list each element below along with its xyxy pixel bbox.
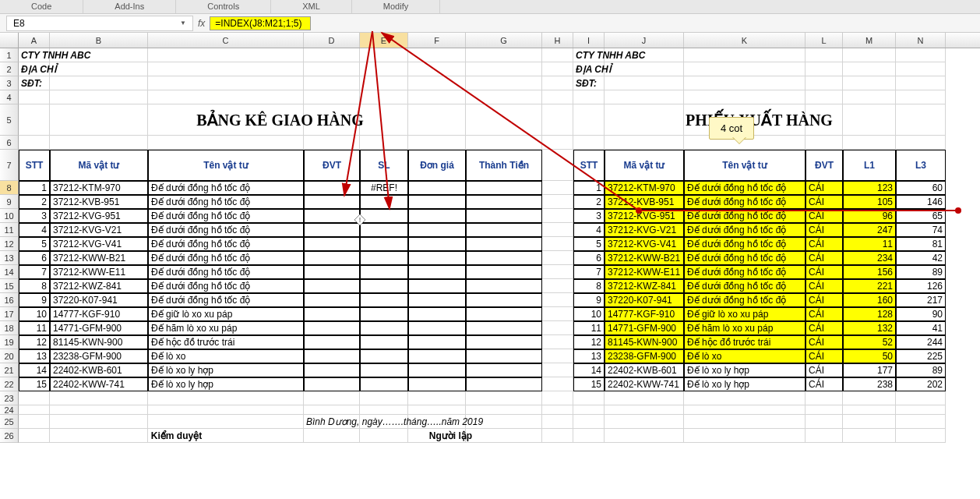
cell-F6[interactable] (408, 136, 466, 150)
cell-B14[interactable]: 37212-KWW-E11 (50, 265, 148, 279)
cell-L24[interactable] (806, 405, 843, 415)
cell-A21[interactable]: 14 (19, 363, 50, 377)
cell-E1[interactable] (360, 48, 408, 62)
cell-H5[interactable] (542, 104, 573, 136)
cell-D21[interactable] (304, 363, 360, 377)
cell-H24[interactable] (542, 405, 573, 415)
cell-K4[interactable] (684, 90, 806, 104)
cell-D20[interactable] (304, 349, 360, 363)
cell-N12[interactable]: 81 (896, 237, 946, 251)
cell-L16[interactable]: CÁI (806, 293, 843, 307)
cell-N4[interactable] (896, 90, 946, 104)
cell-M10[interactable]: 96 (843, 209, 896, 223)
cell-E14[interactable] (360, 265, 408, 279)
cell-N2[interactable] (896, 62, 946, 76)
cell-A15[interactable]: 8 (19, 279, 50, 293)
cell-K15[interactable]: Đế dưới đồng hồ tốc độ (684, 279, 806, 293)
cell-B21[interactable]: 22402-KWB-601 (50, 363, 148, 377)
row-header[interactable]: 9 (0, 195, 19, 209)
cell-A10[interactable]: 3 (19, 209, 50, 223)
row-header[interactable]: 12 (0, 237, 19, 251)
cell-I21[interactable]: 14 (573, 363, 605, 377)
cell-G3[interactable] (466, 76, 542, 90)
cell-E4[interactable] (360, 90, 408, 104)
cell-K14[interactable]: Đế dưới đồng hồ tốc độ (684, 265, 806, 279)
cell-H3[interactable] (542, 76, 573, 90)
cell-D26[interactable] (304, 429, 360, 443)
cell-C22[interactable]: Đế lò xo ly hợp (148, 377, 304, 391)
cell-L9[interactable]: CÁI (806, 195, 843, 209)
row-header[interactable]: 3 (0, 76, 19, 90)
cell-N18[interactable]: 41 (896, 321, 946, 335)
cell-E22[interactable] (360, 377, 408, 391)
cell-M9[interactable]: 105 (843, 195, 896, 209)
cell-A8[interactable]: 1 (19, 181, 50, 195)
cell-J12[interactable]: 37212-KVG-V41 (605, 237, 684, 251)
cell-G23[interactable] (466, 391, 542, 405)
cell-B11[interactable]: 37212-KVG-V21 (50, 223, 148, 237)
cell-A16[interactable]: 9 (19, 293, 50, 307)
cell-J25[interactable] (605, 415, 684, 429)
cell-M1[interactable] (843, 48, 896, 62)
cell-A14[interactable]: 7 (19, 265, 50, 279)
cell-H22[interactable] (542, 377, 573, 391)
cell-A17[interactable]: 10 (19, 307, 50, 321)
cell-H21[interactable] (542, 363, 573, 377)
cell-I17[interactable]: 10 (573, 307, 605, 321)
cell-L23[interactable] (806, 391, 843, 405)
cell-A24[interactable] (19, 405, 50, 415)
cell-L26[interactable] (806, 429, 843, 443)
cell-B12[interactable]: 37212-KVG-V41 (50, 237, 148, 251)
cell-F11[interactable] (408, 223, 466, 237)
cell-F23[interactable] (408, 391, 466, 405)
cell-B13[interactable]: 37212-KWW-B21 (50, 251, 148, 265)
cell-K22[interactable]: Đế lò xo ly hợp (684, 377, 806, 391)
cell-C10[interactable]: Đế dưới đồng hồ tốc độ (148, 209, 304, 223)
cell-K19[interactable]: Đế hộc đồ trước trái (684, 335, 806, 349)
cell-D22[interactable] (304, 377, 360, 391)
cell-I8[interactable]: 1 (573, 181, 605, 195)
chevron-down-icon[interactable]: ▼ (180, 19, 186, 27)
cell-L14[interactable]: CÁI (806, 265, 843, 279)
cell-L15[interactable]: CÁI (806, 279, 843, 293)
cell-H19[interactable] (542, 335, 573, 349)
row-header[interactable]: 17 (0, 307, 19, 321)
cell-L4[interactable] (806, 90, 843, 104)
cell-H10[interactable] (542, 209, 573, 223)
cell-D8[interactable] (304, 181, 360, 195)
cell-N13[interactable]: 42 (896, 251, 946, 265)
cell-G14[interactable] (466, 265, 542, 279)
cell-D3[interactable] (304, 76, 360, 90)
cell-F15[interactable] (408, 279, 466, 293)
cell-L19[interactable]: CÁI (806, 335, 843, 349)
cell-L6[interactable] (806, 136, 843, 150)
cell-G22[interactable] (466, 377, 542, 391)
cell-J18[interactable]: 14771-GFM-900 (605, 321, 684, 335)
cell-F13[interactable] (408, 251, 466, 265)
cell-K16[interactable]: Đế dưới đồng hồ tốc độ (684, 293, 806, 307)
cell-G18[interactable] (466, 321, 542, 335)
cell-J7[interactable]: Mã vật tư (605, 150, 684, 181)
cell-A20[interactable]: 13 (19, 349, 50, 363)
cell-A2[interactable]: ĐỊA CHỈ (19, 62, 304, 76)
cell-D10[interactable] (304, 209, 360, 223)
cell-D25[interactable]: Bình Dương, ngày…….tháng…..năm 2019 (304, 415, 542, 429)
cell-M22[interactable]: 238 (843, 377, 896, 391)
cell-L22[interactable]: CÁI (806, 377, 843, 391)
cell-H11[interactable] (542, 223, 573, 237)
row-header[interactable]: 7 (0, 150, 19, 181)
row-header[interactable]: 25 (0, 415, 19, 429)
row-header[interactable]: 22 (0, 377, 19, 391)
cell-B18[interactable]: 14771-GFM-900 (50, 321, 148, 335)
column-header[interactable]: G (466, 33, 542, 48)
cell-E21[interactable] (360, 363, 408, 377)
row-header[interactable]: 23 (0, 391, 19, 405)
cell-D14[interactable] (304, 265, 360, 279)
name-box[interactable]: E8 ▼ (6, 16, 193, 31)
cell-B26[interactable]: Kiểm duyệt (50, 429, 304, 443)
cell-B16[interactable]: 37220-K07-941 (50, 293, 148, 307)
cell-B20[interactable]: 23238-GFM-900 (50, 349, 148, 363)
cell-C7[interactable]: Tên vật tư (148, 150, 304, 181)
cell-H26[interactable] (542, 429, 573, 443)
row-header[interactable]: 24 (0, 405, 19, 415)
